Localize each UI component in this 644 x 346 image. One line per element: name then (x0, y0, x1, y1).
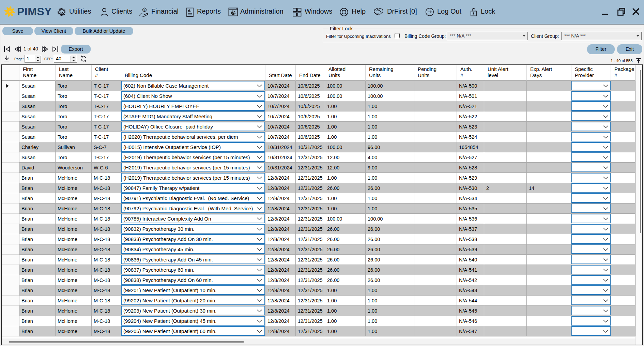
svg-text:$: $ (143, 8, 145, 12)
